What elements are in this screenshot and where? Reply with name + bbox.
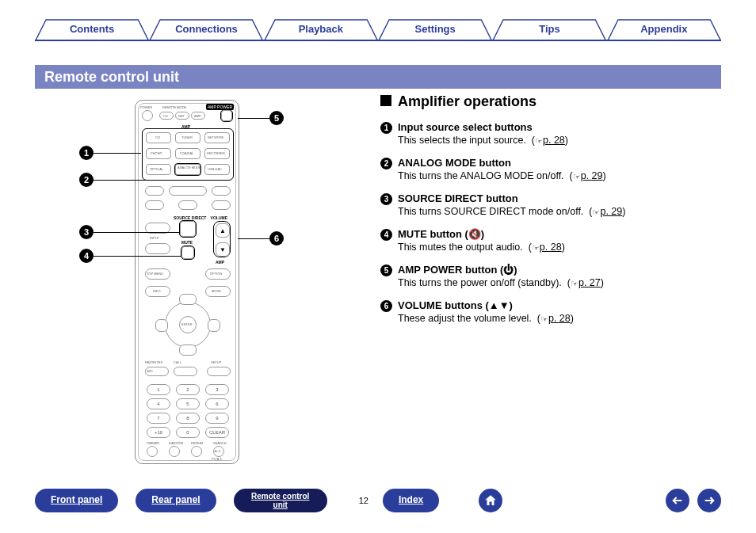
item-number: 1 bbox=[380, 122, 392, 134]
item-title: AMP POWER button (⏻) bbox=[398, 264, 517, 276]
lead-6 bbox=[238, 238, 269, 239]
callout-1: 1 bbox=[79, 146, 94, 160]
callout-6: 6 bbox=[269, 231, 284, 246]
item-5: 5 AMP POWER button (⏻) This turns the po… bbox=[380, 264, 721, 288]
page-link[interactable]: p. 28 bbox=[543, 135, 565, 146]
tab-playback[interactable]: Playback bbox=[264, 19, 378, 40]
btn-prev bbox=[145, 186, 164, 196]
tab-settings[interactable]: Settings bbox=[378, 19, 492, 40]
pointing-hand-icon: ☞ bbox=[540, 314, 548, 325]
btn-clear: CLEAR bbox=[205, 427, 229, 438]
lead-2 bbox=[94, 180, 173, 181]
label-pcac: PC/A-C bbox=[212, 457, 223, 461]
footer-remote-control-unit[interactable]: Remote control unit bbox=[234, 489, 327, 512]
prev-page-icon[interactable] bbox=[666, 489, 689, 512]
item-number: 2 bbox=[380, 158, 392, 169]
tab-tips[interactable]: Tips bbox=[492, 19, 606, 40]
item-body: This turns the power on/off (standby). bbox=[398, 277, 562, 288]
callout-3: 3 bbox=[79, 225, 94, 239]
btn-dimmer bbox=[147, 446, 158, 457]
home-icon[interactable] bbox=[479, 489, 502, 512]
label-call: CALL bbox=[174, 360, 181, 364]
label-mute: MUTE bbox=[181, 240, 193, 245]
item-body: These adjust the volume level. bbox=[398, 313, 532, 324]
pointing-hand-icon: ☞ bbox=[571, 279, 578, 289]
item-title: MUTE button (🔇) bbox=[398, 228, 484, 240]
btn-playpause bbox=[169, 186, 207, 196]
item-title: VOLUME buttons (▲▼) bbox=[398, 299, 513, 311]
label-amp-power: AMP POWER bbox=[206, 104, 234, 110]
label-random: RANDOM bbox=[169, 441, 183, 445]
num-row-1: 123 bbox=[147, 384, 229, 395]
tab-appendix[interactable]: Appendix bbox=[607, 19, 721, 40]
btn-vol-up: ▲ bbox=[216, 223, 230, 238]
tab-label: Appendix bbox=[640, 23, 687, 35]
item-title: ANALOG MODE button bbox=[398, 157, 511, 169]
label-net: NET bbox=[178, 114, 185, 118]
footer-rear-panel[interactable]: Rear panel bbox=[136, 489, 216, 512]
btn-stop bbox=[178, 200, 197, 210]
item-2: 2 ANALOG MODE button This turns the ANAL… bbox=[380, 157, 721, 181]
page-link[interactable]: p. 29 bbox=[600, 206, 622, 217]
num-row-3: 789 bbox=[147, 413, 229, 424]
tab-label: Tips bbox=[539, 23, 560, 35]
section-title-bar: Remote control unit bbox=[35, 65, 721, 89]
pointing-hand-icon: ☞ bbox=[532, 243, 540, 253]
footer-nav: Front panel Rear panel Remote control un… bbox=[35, 487, 721, 514]
volume-group-highlight: ▲ ▼ bbox=[213, 221, 231, 257]
next-page-icon[interactable] bbox=[697, 489, 721, 512]
page-number: 12 bbox=[359, 496, 368, 505]
btn-ff bbox=[212, 200, 231, 210]
subsection-heading: Amplifier operations bbox=[380, 93, 721, 110]
btn-input-down bbox=[145, 243, 170, 254]
lead-4 bbox=[94, 256, 181, 257]
item-6: 6 VOLUME buttons (▲▼) These adjust the v… bbox=[380, 299, 721, 324]
label-enter: ENTER bbox=[181, 322, 193, 326]
callout-2: 2 bbox=[79, 173, 94, 187]
label-amp-below-vol: AMP bbox=[216, 260, 224, 265]
footer-index[interactable]: Index bbox=[383, 489, 439, 512]
btn-random bbox=[169, 446, 180, 457]
btn-setup bbox=[207, 367, 231, 376]
lead-1 bbox=[94, 153, 141, 154]
btn-repeat bbox=[191, 446, 202, 457]
pointing-hand-icon: ☞ bbox=[535, 136, 543, 147]
page-link[interactable]: p. 28 bbox=[548, 313, 571, 324]
item-body: This mutes the output audio. bbox=[398, 242, 523, 253]
btn-amp-power bbox=[221, 110, 232, 121]
item-number: 5 bbox=[380, 265, 392, 276]
item-body: This turns SOURCE DIRECT mode on/off. bbox=[398, 206, 583, 217]
label-az: A–Z bbox=[215, 449, 220, 453]
label-repeat: REPEAT bbox=[191, 441, 204, 445]
src-lbl-analog: ANALOG MODE bbox=[178, 166, 198, 169]
label-add: ADD bbox=[147, 370, 153, 373]
remote-body: POWER REMOTE MODE CD NET AMP AMP POWER A… bbox=[135, 100, 239, 464]
src-lbl-cd: CD bbox=[155, 135, 160, 139]
label-volume: VOLUME bbox=[211, 215, 227, 220]
footer-front-panel[interactable]: Front panel bbox=[35, 489, 118, 512]
tab-label: Contents bbox=[70, 23, 114, 35]
tab-connections[interactable]: Connections bbox=[149, 19, 263, 40]
label-input: INPUT bbox=[150, 236, 159, 240]
lead-5 bbox=[238, 118, 269, 119]
description-column: Amplifier operations 1 Input source sele… bbox=[380, 93, 721, 335]
remote-diagram: POWER REMOTE MODE CD NET AMP AMP POWER A… bbox=[79, 100, 333, 472]
label-source-direct: SOURCE DIRECT bbox=[174, 215, 206, 220]
page-link[interactable]: p. 27 bbox=[578, 277, 601, 288]
btn-plus10: +10 bbox=[147, 427, 170, 438]
item-number: 4 bbox=[380, 229, 392, 241]
page-link[interactable]: p. 28 bbox=[540, 242, 562, 253]
tab-contents[interactable]: Contents bbox=[35, 19, 149, 40]
tab-label: Settings bbox=[415, 23, 456, 35]
lead-3 bbox=[94, 232, 179, 233]
d-pad: ENTER bbox=[152, 289, 223, 360]
num-row-2: 456 bbox=[147, 398, 229, 409]
item-title: SOURCE DIRECT button bbox=[398, 192, 518, 204]
pointing-hand-icon: ☞ bbox=[573, 172, 581, 182]
btn-next bbox=[212, 186, 231, 196]
page-link[interactable]: p. 29 bbox=[581, 170, 603, 181]
item-number: 6 bbox=[380, 300, 392, 312]
item-number: 3 bbox=[380, 193, 392, 205]
item-3: 3 SOURCE DIRECT button This turns SOURCE… bbox=[380, 192, 721, 217]
btn-zero: 0 bbox=[176, 427, 200, 438]
